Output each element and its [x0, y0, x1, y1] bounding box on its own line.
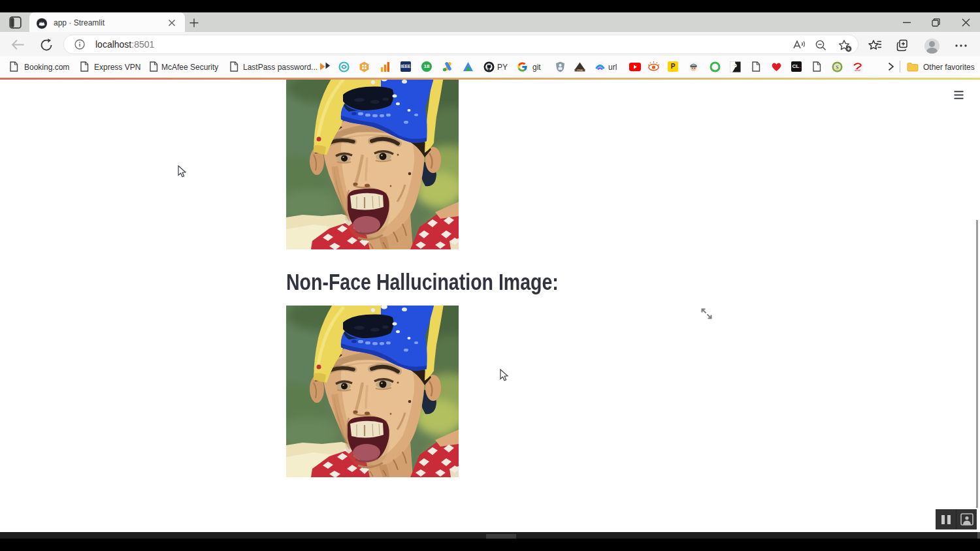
- svg-text:S: S: [836, 65, 838, 71]
- svg-text:PISA: PISA: [578, 69, 583, 72]
- svg-text:airtel: airtel: [855, 69, 860, 72]
